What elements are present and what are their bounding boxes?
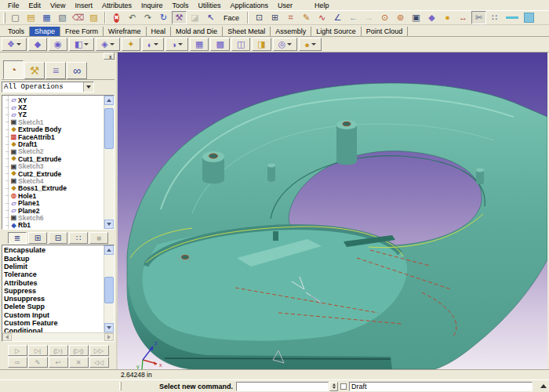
tree-item-rb1[interactable]: ◆Rb1 — [4, 222, 104, 229]
print-icon[interactable]: ▧ — [55, 11, 70, 24]
command-spinner[interactable] — [329, 382, 338, 391]
face-mode-label[interactable]: Face — [219, 14, 244, 22]
ops-item-backup[interactable]: Backup — [4, 255, 104, 263]
tree-item-plane1[interactable]: ▱Plane1 — [4, 199, 104, 206]
scroll-up-icon[interactable] — [104, 96, 114, 105]
boss-icon[interactable]: ● — [299, 38, 322, 51]
tree-item-boss1-extrude[interactable]: ❖Boss1_Extrude — [4, 185, 104, 192]
section-view-icon[interactable]: ✄ — [471, 11, 486, 24]
ops-item-custom-feature[interactable]: Custom Feature — [4, 319, 104, 327]
replay-prompt-icon[interactable]: (▷) — [49, 345, 68, 356]
sweep-icon[interactable]: ◧ — [69, 38, 94, 51]
tree-item-xy[interactable]: ▱XY — [4, 96, 104, 103]
expand-up-icon[interactable] — [540, 384, 547, 388]
tree-item-cut1-extrude[interactable]: ❖Cut1_Extrude — [4, 155, 104, 162]
rib-tool-icon[interactable]: ▩ — [210, 38, 229, 51]
fit-view-icon[interactable]: ↔ — [456, 11, 471, 24]
stop-view-icon[interactable]: ■ — [89, 232, 108, 244]
tools-tab-icon[interactable]: ⚒ — [24, 62, 45, 79]
edit-history-icon[interactable]: ✎ — [28, 357, 48, 368]
tree-item-sketch6[interactable]: ▣Sketch6 — [4, 214, 104, 221]
ops-h-scrollbar[interactable] — [2, 332, 114, 341]
operations-filter-dropdown[interactable]: All Operations — [2, 82, 94, 93]
cancel-icon[interactable]: ✖ — [109, 11, 124, 24]
regen-icon[interactable]: ↻ — [156, 11, 171, 24]
command-input[interactable] — [236, 382, 329, 391]
forward-view-icon[interactable]: → — [362, 11, 376, 24]
tab-shape[interactable]: Shape — [30, 27, 60, 36]
replay-next-icon[interactable]: ▷| — [28, 345, 48, 356]
tree-item-sketch3[interactable]: ▣Sketch3 — [4, 163, 104, 170]
extrude-icon[interactable]: ❖ — [2, 38, 27, 51]
scroll-right-icon[interactable] — [104, 333, 114, 341]
tree-item-sketch2[interactable]: ▣Sketch2 — [4, 148, 104, 155]
scroll-left-icon[interactable] — [2, 333, 12, 341]
dropdown-caret-icon[interactable] — [84, 43, 89, 45]
resume-icon[interactable]: ⇨ — [8, 357, 27, 368]
pattern-icon[interactable]: ✦ — [122, 38, 140, 51]
render-mode-icon[interactable]: ● — [440, 11, 455, 24]
zoom-window-icon[interactable]: ⊚ — [393, 11, 408, 24]
replay-step-icon[interactable]: (▷|) — [69, 345, 89, 356]
layers-tab-icon[interactable]: ≡ — [45, 62, 66, 79]
pick-filter-icon[interactable]: ⚒ — [172, 11, 187, 24]
menu-tools[interactable]: Tools — [167, 2, 193, 9]
redo-icon[interactable]: ↷ — [140, 11, 155, 24]
ops-item-attributes[interactable]: Attributes — [4, 279, 104, 287]
dropdown-caret-icon[interactable] — [16, 43, 21, 45]
ops-item-delete-supp[interactable]: Delete Supp — [4, 303, 104, 310]
tree-item-cut2-extrude[interactable]: ❖Cut2_Extrude — [4, 170, 104, 177]
hole-tool-icon[interactable]: ◉ — [49, 38, 67, 51]
rewind-icon[interactable]: ◁◁ — [89, 357, 109, 368]
ops-item-encapsulate[interactable]: Encapsulate — [4, 246, 104, 254]
tab-assembly[interactable]: Assembly — [271, 27, 311, 36]
tree-item-xz[interactable]: ▱XZ — [4, 103, 104, 111]
shade-cube-icon[interactable]: ◆ — [424, 11, 439, 24]
fillet-icon[interactable]: ◐ — [142, 38, 165, 51]
delete-history-icon[interactable]: ✕ — [69, 357, 89, 368]
edit-plan-icon[interactable]: ✎ — [299, 11, 314, 24]
tab-sheet-metal[interactable]: Sheet Metal — [223, 27, 271, 36]
tree-item-draft1[interactable]: ❖Draft1 — [4, 140, 104, 147]
tree-item-sketch1[interactable]: ▣Sketch1 — [4, 118, 104, 125]
cad-part[interactable] — [127, 83, 547, 369]
ops-scrollbar[interactable] — [104, 245, 114, 332]
dropdown-caret-icon[interactable] — [311, 43, 316, 45]
render-monitor-icon[interactable]: ⊞ — [267, 11, 282, 24]
ops-item-suppress[interactable]: Suppress — [4, 287, 104, 295]
dropdown-arrow-icon[interactable] — [83, 82, 93, 92]
replay-icon[interactable]: ▷ — [8, 345, 27, 356]
select-arrow-icon[interactable]: ↖ — [203, 11, 218, 24]
panel-close-icon[interactable]: x — [104, 53, 115, 60]
tree-item-yz[interactable]: ▱YZ — [4, 111, 104, 118]
tab-mold-and-die[interactable]: Mold and Die — [171, 27, 223, 36]
menu-help[interactable]: Help — [310, 2, 334, 9]
tab-free-form[interactable]: Free Form — [60, 27, 104, 36]
dropdown-caret-icon[interactable] — [110, 43, 115, 45]
fast-forward-icon[interactable]: ▷▷ — [89, 345, 109, 356]
tab-heal[interactable]: Heal — [147, 27, 172, 36]
scrollbar-thumb[interactable] — [104, 108, 114, 149]
line-color-swatch[interactable] — [506, 16, 518, 19]
grid-icon[interactable]: ▦ — [190, 38, 209, 51]
loft-icon[interactable]: ◈ — [96, 38, 119, 51]
ops-item-custom-input[interactable]: Custom Input — [4, 311, 104, 319]
tree-scrollbar[interactable] — [104, 96, 114, 229]
erase-icon[interactable]: ⌫ — [71, 11, 85, 24]
tree-item-extrude-body[interactable]: ❖Extrude Body — [4, 126, 104, 133]
tab-point-cloud[interactable]: Point Cloud — [362, 27, 409, 36]
tab-wireframe[interactable]: Wireframe — [104, 27, 147, 36]
ops-item-delimit[interactable]: Delimit — [4, 263, 104, 270]
dropdown-caret-icon[interactable] — [154, 43, 158, 45]
new-file-icon[interactable]: ▢ — [8, 11, 23, 24]
org-view-icon[interactable]: ⊟ — [49, 232, 67, 244]
menu-utilities[interactable]: Utilities — [193, 2, 225, 9]
3d-viewport[interactable]: x y z — [118, 53, 547, 369]
active-mode-field[interactable]: Draft — [349, 382, 533, 391]
dual-view-icon[interactable]: ∷ — [69, 232, 88, 244]
ops-item-unsuppress[interactable]: Unsuppress — [4, 295, 104, 303]
ops-item-tolerance[interactable]: Tolerance — [4, 270, 104, 278]
tree-item-hole1[interactable]: ◎Hole1 — [4, 192, 104, 199]
visibility-tab-icon[interactable]: ∞ — [67, 62, 87, 79]
folder-add-icon[interactable]: ▨ — [86, 11, 101, 24]
